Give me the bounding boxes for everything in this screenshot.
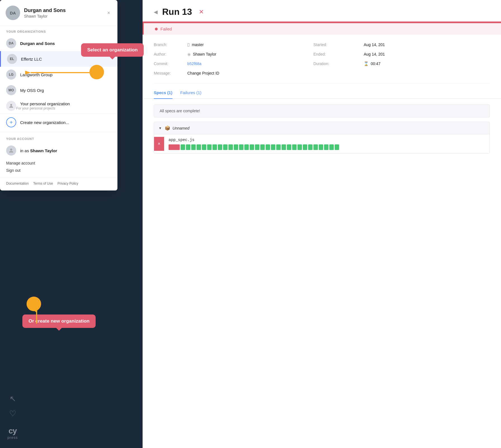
pass-segment-2 (186, 144, 190, 150)
meta-divider (154, 83, 490, 84)
docs-link[interactable]: Documentation (6, 182, 29, 185)
pass-segment-12 (239, 144, 244, 150)
heart-icon: ♡ (9, 409, 16, 418)
main-content: ◀ Run 13 ✕ Failed Branch: ⌷ master Start… (143, 0, 501, 448)
account-user-row: in as Shawn Taylor (0, 143, 117, 158)
sign-out-link[interactable]: Sign out (6, 167, 111, 174)
package-icon: 📦 (165, 125, 170, 131)
account-username: Shawn Taylor (30, 148, 57, 153)
account-section: in as Shawn Taylor Manage account Sign o… (0, 143, 117, 177)
failed-label: Failed (160, 27, 172, 31)
duration-text: 00:47 (371, 61, 381, 66)
org-avatar-el: EL (7, 54, 17, 64)
pass-segment-16 (260, 144, 265, 150)
org-name-effertz: Effertz LLC (21, 57, 42, 61)
header-info: Durgan and Sons Shawn Taylor (24, 8, 66, 18)
arrow-to-create (32, 306, 41, 325)
cypress-logo: cy (8, 426, 18, 435)
main-header: ◀ Run 13 ✕ (143, 0, 501, 17)
create-org-text: Create new organization... (20, 120, 69, 125)
close-button[interactable]: × (105, 9, 112, 17)
personal-org-info: Your personal organization For your pers… (16, 101, 70, 110)
fail-dot (155, 28, 158, 30)
pass-segment-1 (181, 144, 185, 150)
specs-content: All specs are complete! ▼ 📦 Unnamed × ap… (143, 99, 501, 159)
started-value: Aug 14, 201 (364, 41, 490, 48)
create-org-item[interactable]: + Create new organization... (0, 114, 117, 131)
branch-icon: ⌷ (187, 42, 190, 47)
run-title: Run 13 (162, 7, 192, 17)
arrow-to-effertz (25, 63, 92, 82)
author-value: ◉ Shawn Taylor (187, 51, 313, 58)
org-item-personal[interactable]: Your personal organization For your pers… (0, 98, 117, 114)
org-avatar-personal (6, 101, 16, 111)
pass-segment-15 (255, 144, 259, 150)
pass-segment-6 (207, 144, 212, 150)
personal-org-sub: For your personal projects (16, 106, 70, 110)
pass-segment-9 (223, 144, 228, 150)
hourglass-icon: ⌛ (364, 61, 368, 66)
account-section-label: YOUR ACCOUNT (0, 133, 117, 143)
duration-label: Duration: (313, 60, 364, 67)
spec-row: × app_spec.js (154, 134, 490, 153)
duration-value: ⌛ 00:47 (364, 60, 490, 67)
pass-segment-17 (266, 144, 270, 150)
author-text: Shawn Taylor (193, 52, 216, 56)
failed-banner: Failed (143, 23, 501, 35)
pass-segment-21 (287, 144, 291, 150)
pass-segment-22 (292, 144, 297, 150)
footer-links: Documentation Terms of Use Privacy Polic… (0, 177, 117, 190)
pass-segment-4 (197, 144, 201, 150)
pass-segment-14 (250, 144, 254, 150)
terms-link[interactable]: Terms of Use (33, 182, 53, 185)
privacy-link[interactable]: Privacy Policy (57, 182, 78, 185)
tab-specs[interactable]: Specs (1) (154, 87, 172, 99)
org-dropdown-panel: DA Durgan and Sons Shawn Taylor × YOUR O… (0, 0, 117, 190)
spec-filename: app_spec.js (169, 138, 485, 142)
ended-label: Ended: (313, 51, 364, 58)
pass-segment-25 (308, 144, 313, 150)
pass-segment-30 (335, 144, 339, 150)
cursor-icon: ↖ (10, 394, 16, 403)
tooltip-select-text: Select an organization (87, 47, 138, 53)
org-avatar: DA (6, 6, 20, 20)
tab-failures[interactable]: Failures (1) (180, 87, 202, 99)
message-value: Change Project ID (187, 70, 313, 77)
pass-segment-13 (244, 144, 249, 150)
spec-group-header[interactable]: ▼ 📦 Unnamed (154, 122, 490, 134)
commit-value[interactable]: b52f68a (187, 60, 313, 67)
org-name-myoss: My OSS Org (20, 88, 44, 93)
pass-segment-26 (313, 144, 318, 150)
org-avatar-mo: MO (6, 85, 16, 95)
meta-grid: Branch: ⌷ master Started: Aug 14, 201 Au… (143, 35, 501, 83)
author-icon: ◉ (187, 52, 191, 56)
branch-label: Branch: (154, 41, 187, 48)
pass-segment-3 (191, 144, 196, 150)
account-links: Manage account Sign out (0, 158, 117, 175)
manage-account-link[interactable]: Manage account (6, 159, 111, 167)
branch-text: master (192, 42, 204, 47)
progress-bar (169, 144, 485, 150)
organizations-section-label: YOUR ORGANIZATIONS (0, 26, 117, 35)
org-item-myoss[interactable]: MO My OSS Org (0, 82, 117, 98)
pass-segment-10 (228, 144, 233, 150)
section-divider (0, 132, 117, 132)
back-arrow-icon[interactable]: ◀ (154, 9, 158, 15)
org-avatar-da: DA (6, 38, 16, 48)
signed-in-prefix: in as (20, 148, 30, 153)
account-avatar (6, 146, 16, 156)
tabs-bar: Specs (1) Failures (1) (143, 87, 501, 99)
ended-value: Aug 14, 201 (364, 51, 490, 58)
org-avatar-lg: LG (6, 70, 16, 80)
header-org-name: Durgan and Sons (24, 8, 66, 13)
spec-group-name: Unnamed (172, 126, 190, 130)
pass-segment-7 (212, 144, 217, 150)
spec-fail-badge: × (154, 137, 164, 151)
fail-segment-1 (169, 144, 180, 150)
tooltip-select-org: Select an organization (81, 43, 144, 57)
run-close-icon[interactable]: ✕ (199, 8, 204, 16)
pass-segment-27 (319, 144, 323, 150)
svg-point-0 (10, 104, 12, 106)
spec-group: ▼ 📦 Unnamed × app_spec.js (154, 122, 490, 154)
commit-label: Commit: (154, 60, 187, 67)
